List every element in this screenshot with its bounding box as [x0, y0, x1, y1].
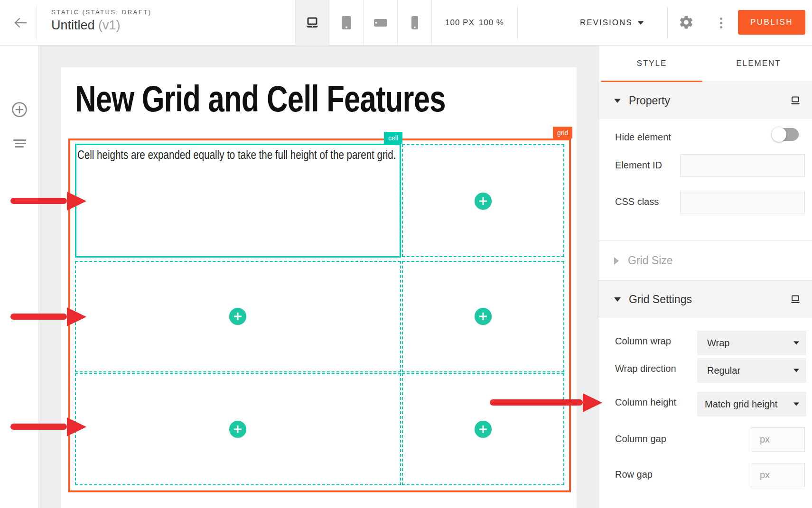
device-preview-switcher	[295, 0, 432, 46]
desktop-icon	[305, 17, 319, 29]
gear-icon	[679, 15, 694, 30]
row-gap-label: Row gap	[615, 468, 653, 480]
device-tablet-button[interactable]	[329, 0, 364, 46]
divider	[37, 7, 37, 39]
tablet-landscape-icon	[373, 17, 388, 29]
css-class-field[interactable]	[680, 191, 805, 213]
wrap-direction-label: Wrap direction	[615, 362, 676, 375]
column-wrap-select[interactable]: Wrap	[697, 331, 806, 355]
back-button[interactable]	[10, 13, 31, 32]
column-wrap-label: Column wrap	[615, 335, 671, 347]
canvas-zoom-value: 100 %	[479, 18, 504, 28]
document-info: STATIC (STATUS: DRAFT) Untitled (v1)	[51, 9, 151, 33]
kebab-dot	[720, 26, 722, 28]
column-height-select[interactable]: Match grid height	[697, 392, 806, 416]
revisions-button[interactable]: REVISIONS	[580, 0, 644, 46]
element-tree-icon	[13, 139, 26, 149]
wrap-direction-select[interactable]: Regular	[697, 358, 806, 383]
sidebar-tabs: STYLE ELEMENT	[598, 46, 812, 82]
grid-label-tag[interactable]: grid	[553, 127, 572, 139]
arrow-left-icon	[10, 13, 31, 32]
divider	[667, 7, 668, 39]
chevron-down-icon	[614, 297, 621, 302]
document-status: STATIC (STATUS: DRAFT)	[51, 9, 151, 16]
add-element-to-cell-button[interactable]	[475, 193, 492, 210]
page-builder-editor: STATIC (STATUS: DRAFT) Untitled (v1)	[0, 0, 812, 508]
chevron-down-icon	[638, 21, 644, 25]
publish-button[interactable]: PUBLISH	[738, 10, 805, 35]
grid-element[interactable]: grid cell Cell heights are expanded equa…	[68, 139, 571, 492]
style-sidebar: STYLE ELEMENT Property Hide element Elem…	[598, 46, 812, 508]
kebab-dot	[720, 22, 722, 24]
device-tablet-landscape-button[interactable]	[364, 0, 398, 46]
chevron-down-icon	[793, 342, 799, 345]
tab-element[interactable]: ELEMENT	[705, 46, 812, 81]
chevron-right-icon	[614, 257, 619, 265]
add-element-to-cell-button[interactable]	[229, 308, 246, 325]
plus-circle-icon	[11, 102, 28, 118]
desktop-scope-icon	[790, 96, 801, 105]
grid-cell-selected[interactable]: Cell heights are expanded equally to tak…	[75, 144, 401, 258]
section-header-property[interactable]: Property	[598, 82, 812, 119]
element-id-label: Element ID	[615, 159, 662, 171]
column-gap-label: Column gap	[615, 433, 666, 445]
element-navigator-button[interactable]	[0, 132, 39, 156]
chevron-down-icon	[793, 369, 799, 372]
page-canvas: New Grid and Cell Features grid cell Cel…	[61, 67, 577, 508]
chevron-down-icon	[793, 403, 799, 406]
hide-element-label: Hide element	[615, 131, 671, 143]
chevron-down-icon	[614, 99, 621, 103]
annotation-arrow-column-height	[490, 399, 583, 406]
cell-label-tag[interactable]: cell	[384, 132, 402, 144]
hide-element-toggle[interactable]	[773, 128, 799, 141]
annotation-arrow-row3	[10, 424, 67, 430]
css-class-label: CSS class	[615, 195, 659, 208]
toggle-knob	[772, 127, 786, 142]
editor-toolbar	[0, 46, 39, 508]
settings-button[interactable]	[679, 15, 694, 30]
more-menu-button[interactable]	[716, 14, 726, 31]
tab-style[interactable]: STYLE	[598, 46, 705, 81]
document-title: Untitled (v1)	[51, 18, 151, 33]
divider	[517, 7, 518, 39]
column-gap-field[interactable]	[751, 427, 805, 452]
device-mobile-button[interactable]	[398, 0, 432, 46]
canvas-width-value: 100 PX	[445, 18, 475, 28]
kebab-dot	[720, 18, 722, 20]
column-height-label: Column height	[615, 396, 676, 408]
cell-text[interactable]: Cell heights are expanded equally to tak…	[77, 147, 403, 163]
document-version: (v1)	[98, 18, 121, 32]
device-desktop-button[interactable]	[295, 0, 329, 46]
canvas-size-indicator: 100 PX 100 %	[445, 0, 504, 46]
annotation-arrow-row2	[10, 314, 67, 320]
add-element-to-cell-button[interactable]	[475, 308, 492, 325]
desktop-scope-icon	[790, 295, 801, 304]
element-id-field[interactable]	[680, 154, 805, 177]
row-gap-field[interactable]	[751, 463, 805, 487]
add-element-to-cell-button[interactable]	[229, 421, 246, 438]
page-title[interactable]: New Grid and Cell Features	[75, 77, 446, 120]
section-header-grid-size[interactable]: Grid Size	[598, 241, 812, 280]
section-header-grid-settings[interactable]: Grid Settings	[598, 281, 812, 318]
annotation-arrow-row1	[10, 198, 67, 204]
top-bar: STATIC (STATUS: DRAFT) Untitled (v1)	[0, 0, 812, 46]
mobile-icon	[410, 16, 420, 30]
add-element-button[interactable]	[0, 98, 39, 121]
tablet-portrait-icon	[340, 16, 353, 30]
add-element-to-cell-button[interactable]	[475, 421, 492, 438]
